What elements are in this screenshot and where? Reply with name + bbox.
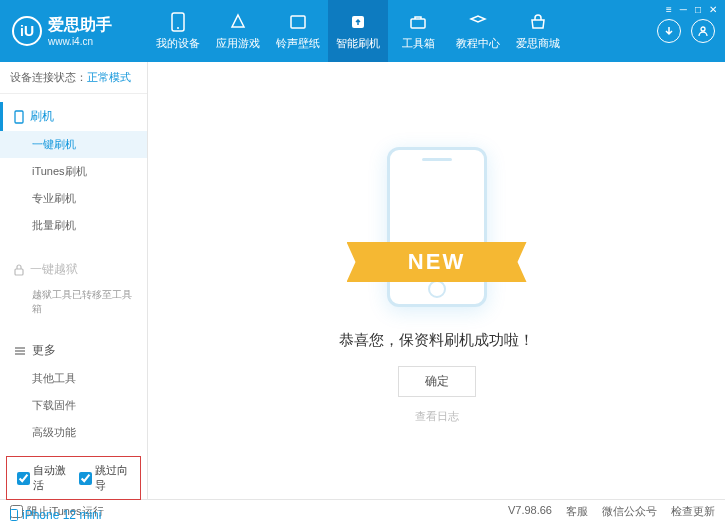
auto-activate-checkbox[interactable]: 自动激活 <box>17 463 69 493</box>
sidebar-item-advanced[interactable]: 高级功能 <box>0 419 147 446</box>
status-value: 正常模式 <box>87 71 131 83</box>
maximize-icon[interactable]: □ <box>695 4 701 15</box>
section-title: 更多 <box>32 342 56 359</box>
main-content: NEW 恭喜您，保资料刷机成功啦！ 确定 查看日志 <box>148 62 725 499</box>
nav-label: 教程中心 <box>456 36 500 51</box>
nav-label: 爱思商城 <box>516 36 560 51</box>
nav-toolbox[interactable]: 工具箱 <box>388 0 448 62</box>
close-icon[interactable]: ✕ <box>709 4 717 15</box>
logo-area: iU 爱思助手 www.i4.cn <box>0 15 148 47</box>
store-icon <box>528 12 548 32</box>
svg-point-5 <box>701 27 705 31</box>
new-ribbon: NEW <box>347 242 527 282</box>
app-name: 爱思助手 <box>48 15 112 36</box>
wallpaper-icon <box>288 12 308 32</box>
ok-button[interactable]: 确定 <box>398 366 476 397</box>
phone-icon <box>14 110 24 124</box>
nav-flash[interactable]: 智能刷机 <box>328 0 388 62</box>
nav-tutorials[interactable]: 教程中心 <box>448 0 508 62</box>
view-log-link[interactable]: 查看日志 <box>415 409 459 424</box>
success-message: 恭喜您，保资料刷机成功啦！ <box>339 331 534 350</box>
phone-icon <box>10 509 18 521</box>
options-row: 自动激活 跳过向导 <box>6 456 141 500</box>
menu-icon[interactable]: ≡ <box>666 4 672 15</box>
svg-rect-8 <box>11 510 18 521</box>
nav-label: 应用游戏 <box>216 36 260 51</box>
minimize-icon[interactable]: ─ <box>680 4 687 15</box>
app-url: www.i4.cn <box>48 36 112 47</box>
success-illustration: NEW <box>337 137 537 317</box>
user-button[interactable] <box>691 19 715 43</box>
support-link[interactable]: 客服 <box>566 504 588 519</box>
section-title: 一键越狱 <box>30 261 78 278</box>
logo-icon: iU <box>12 16 42 46</box>
connection-status: 设备连接状态：正常模式 <box>0 62 147 94</box>
device-name-text: iPhone 12 mini <box>22 508 101 522</box>
download-button[interactable] <box>657 19 681 43</box>
sidebar: 设备连接状态：正常模式 刷机 一键刷机 iTunes刷机 专业刷机 批量刷机 一… <box>0 62 148 499</box>
jailbreak-note: 越狱工具已转移至工具箱 <box>32 288 133 316</box>
device-name: iPhone 12 mini <box>10 508 137 522</box>
nav: 我的设备 应用游戏 铃声壁纸 智能刷机 工具箱 教程中心 爱思商城 <box>148 0 657 62</box>
nav-label: 铃声壁纸 <box>276 36 320 51</box>
nav-label: 工具箱 <box>402 36 435 51</box>
header: iU 爱思助手 www.i4.cn 我的设备 应用游戏 铃声壁纸 智能刷机 工具… <box>0 0 725 62</box>
sidebar-item-batch[interactable]: 批量刷机 <box>0 212 147 239</box>
update-link[interactable]: 检查更新 <box>671 504 715 519</box>
toolbox-icon <box>408 12 428 32</box>
device-info[interactable]: iPhone 12 mini 64GB Down-12mini-13,1 <box>0 502 147 523</box>
sidebar-item-other[interactable]: 其他工具 <box>0 365 147 392</box>
sidebar-item-itunes[interactable]: iTunes刷机 <box>0 158 147 185</box>
svg-rect-7 <box>15 269 23 275</box>
sidebar-section-flash[interactable]: 刷机 <box>0 102 147 131</box>
nav-apps[interactable]: 应用游戏 <box>208 0 268 62</box>
nav-label: 智能刷机 <box>336 36 380 51</box>
flash-icon <box>348 12 368 32</box>
svg-rect-2 <box>291 16 305 28</box>
version-label: V7.98.66 <box>508 504 552 519</box>
svg-point-1 <box>177 27 179 29</box>
sidebar-item-firmware[interactable]: 下载固件 <box>0 392 147 419</box>
lock-icon <box>14 264 24 276</box>
nav-store[interactable]: 爱思商城 <box>508 0 568 62</box>
apps-icon <box>228 12 248 32</box>
tutorial-icon <box>468 12 488 32</box>
sidebar-section-jailbreak: 一键越狱 <box>0 255 147 284</box>
nav-my-device[interactable]: 我的设备 <box>148 0 208 62</box>
chk-label: 自动激活 <box>33 463 69 493</box>
sidebar-section-more[interactable]: 更多 <box>0 336 147 365</box>
sidebar-item-pro[interactable]: 专业刷机 <box>0 185 147 212</box>
section-title: 刷机 <box>30 108 54 125</box>
svg-rect-4 <box>411 19 425 28</box>
more-icon <box>14 346 26 356</box>
wechat-link[interactable]: 微信公众号 <box>602 504 657 519</box>
nav-label: 我的设备 <box>156 36 200 51</box>
device-icon <box>168 12 188 32</box>
sidebar-item-oneclick[interactable]: 一键刷机 <box>0 131 147 158</box>
chk-label: 跳过向导 <box>95 463 131 493</box>
svg-rect-6 <box>15 111 23 123</box>
skip-guide-checkbox[interactable]: 跳过向导 <box>79 463 131 493</box>
nav-ringtones[interactable]: 铃声壁纸 <box>268 0 328 62</box>
status-label: 设备连接状态： <box>10 71 87 83</box>
